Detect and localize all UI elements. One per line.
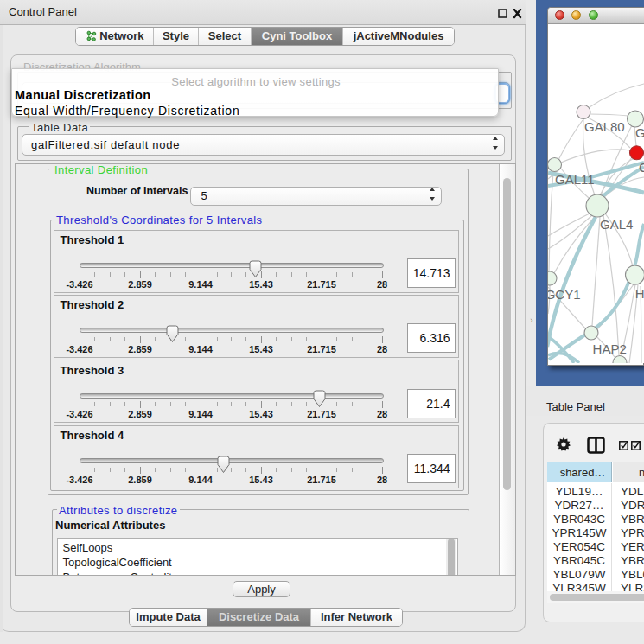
svg-text:GAL11: GAL11 [555,172,595,187]
svg-text:GCY1: GCY1 [548,287,581,302]
svg-text:H: H [635,286,644,301]
svg-text:GAL80: GAL80 [584,119,625,134]
svg-text:C: C [639,160,644,175]
svg-text:GA: GA [635,125,644,140]
svg-text:GAL4: GAL4 [600,217,633,232]
svg-text:HAP2: HAP2 [593,341,627,356]
